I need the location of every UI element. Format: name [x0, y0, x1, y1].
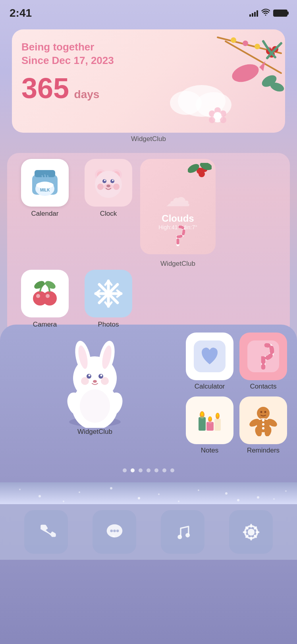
svg-point-50 [36, 294, 40, 298]
notes-icon [186, 396, 233, 444]
settings-dock-app[interactable] [229, 510, 273, 554]
bunny-figure [55, 337, 135, 428]
weather-widget: ☁ Clouds High:41° Min:7° [140, 159, 216, 254]
svg-point-51 [46, 294, 50, 298]
phone-dock-app[interactable] [24, 510, 68, 554]
page-dot-0[interactable] [123, 468, 127, 472]
candy-cane-icon [170, 223, 186, 248]
svg-point-110 [138, 497, 140, 499]
svg-point-36 [112, 180, 114, 181]
blue-grid: WidgetClub Calculator [10, 333, 287, 454]
svg-line-135 [246, 527, 247, 528]
svg-point-79 [101, 377, 109, 385]
notes-app[interactable]: Notes [186, 396, 233, 454]
reminders-app[interactable]: Reminders [239, 396, 287, 454]
svg-point-103 [264, 411, 266, 413]
svg-point-87 [201, 412, 203, 416]
svg-point-113 [19, 489, 21, 490]
svg-point-119 [178, 501, 179, 502]
svg-point-93 [208, 421, 212, 424]
page-dot-4[interactable] [154, 468, 158, 472]
page-dot-2[interactable] [139, 468, 143, 472]
cloud-icon: ☁ [165, 183, 191, 212]
weather-widget-container[interactable]: ☁ Clouds High:41° Min:7° WidgetClub [140, 159, 216, 268]
camera-label: Camera [33, 321, 57, 329]
contacts-icon [239, 333, 287, 380]
svg-point-124 [110, 529, 113, 532]
col-pair-left: Calculator [186, 333, 233, 454]
svg-point-111 [198, 489, 199, 491]
svg-point-19 [214, 112, 222, 120]
holly-decoration-icon [188, 163, 212, 182]
widget-top-days-label: days [74, 88, 100, 101]
calculator-app[interactable]: Calculator [186, 333, 233, 391]
reminders-icon [239, 396, 287, 444]
svg-rect-83 [199, 417, 206, 431]
svg-line-137 [255, 527, 256, 528]
svg-point-96 [257, 407, 270, 420]
signal-bars-icon [249, 10, 258, 17]
camera-app[interactable]: Camera [13, 270, 77, 329]
notes-label: Notes [201, 447, 218, 454]
svg-point-76 [100, 375, 102, 377]
svg-point-126 [116, 529, 119, 532]
calculator-icon [186, 333, 233, 380]
clock-app[interactable]: Clock [77, 159, 140, 218]
svg-point-115 [237, 499, 239, 501]
svg-point-38 [106, 185, 110, 188]
page-dot-6[interactable] [170, 468, 174, 472]
svg-point-48 [33, 279, 46, 290]
music-dock-app[interactable] [161, 510, 204, 554]
page-dot-3[interactable] [147, 468, 150, 472]
contacts-label: Contacts [250, 383, 276, 391]
svg-point-116 [285, 490, 287, 492]
calendar-app[interactable]: MILK Calendar [13, 159, 77, 218]
svg-point-129 [247, 528, 255, 536]
weather-widget-label: WidgetClub [160, 260, 195, 268]
svg-point-104 [262, 419, 264, 422]
svg-point-128 [185, 533, 190, 537]
svg-point-105 [262, 423, 264, 425]
svg-line-136 [255, 536, 256, 537]
page-dots [10, 464, 287, 478]
svg-point-125 [113, 529, 116, 532]
page-dot-5[interactable] [162, 468, 166, 472]
svg-point-26 [36, 182, 54, 188]
pink-app-section: MILK Calendar [7, 153, 290, 337]
svg-line-138 [246, 536, 247, 537]
blue-section: WidgetClub Calculator [0, 325, 297, 482]
svg-point-80 [80, 389, 110, 423]
svg-text:MILK: MILK [40, 188, 50, 192]
messages-dock-app[interactable] [93, 510, 136, 554]
bunny-widget[interactable]: WidgetClub [10, 333, 180, 436]
svg-point-43 [199, 171, 205, 177]
widget-top-label: WidgetClub [0, 135, 297, 143]
bunny-label: WidgetClub [77, 428, 112, 436]
svg-point-75 [89, 375, 91, 377]
svg-point-114 [158, 493, 160, 495]
page-dot-1[interactable] [131, 468, 135, 472]
svg-point-102 [260, 411, 262, 413]
widget-top-days: 365 [21, 72, 69, 104]
contacts-app[interactable]: Contacts [239, 333, 287, 391]
svg-point-89 [209, 417, 211, 420]
svg-point-47 [42, 291, 57, 306]
photos-label: Photos [98, 321, 119, 329]
reminders-label: Reminders [247, 447, 280, 454]
snow-ground [0, 482, 297, 504]
svg-point-112 [257, 496, 259, 499]
svg-point-106 [262, 427, 264, 429]
photos-app[interactable]: Photos [77, 270, 140, 329]
photos-icon [85, 270, 132, 317]
svg-point-109 [79, 491, 80, 493]
svg-point-77 [93, 380, 97, 383]
widget-top[interactable]: Being togetherSince Dec 17, 2023 365 day… [12, 29, 285, 133]
svg-point-127 [177, 535, 182, 539]
clock-icon [85, 159, 132, 207]
col-pair-right: Contacts [239, 333, 287, 454]
status-icons [249, 9, 287, 18]
svg-point-49 [44, 279, 57, 290]
wifi-icon [261, 9, 270, 18]
calendar-icon: MILK [21, 159, 69, 207]
calculator-label: Calculator [195, 383, 225, 391]
